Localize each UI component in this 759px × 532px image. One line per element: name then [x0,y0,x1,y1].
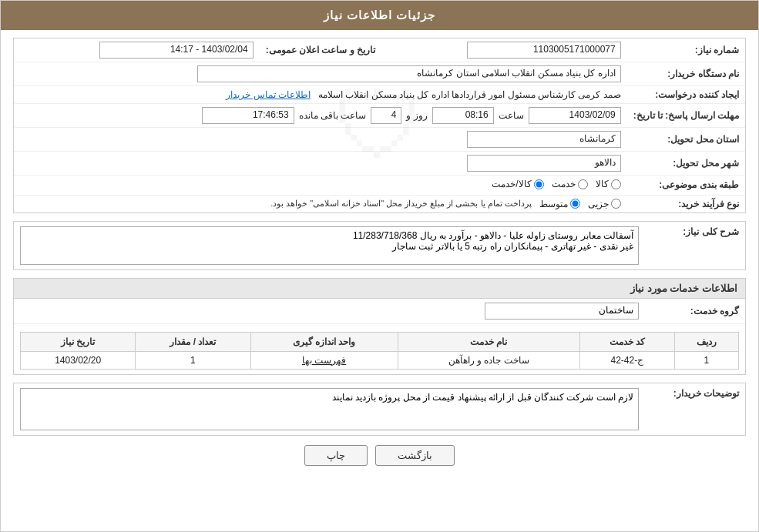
table-row: شهر محل تحویل: دالاهو [14,152,745,176]
category-label: طبقه بندی موضوعی: [627,176,745,196]
creator-link[interactable]: اطلاعات تماس خریدار [226,89,311,100]
description-value-area: آسفالت معابر روستای زاوله علیا - دالاهو … [20,226,639,265]
services-table-body: 1 ج-42-42 ساخت جاده و راهآهن فهرست بها 1… [21,351,739,369]
col-header-row-num: ردیف [674,332,738,351]
table-row: ایجاد کننده درخواست: صمد کرمی کارشناس مس… [14,86,745,104]
buyer-notes-value: لازم است شرکت کنندگان قبل از ارائه پیشنه… [20,388,639,430]
process-radio-jozi-input[interactable] [611,199,621,209]
process-jozi-label: جزیی [588,199,609,209]
cell-need-date: 1403/02/20 [21,351,136,369]
send-date-row: 1403/02/09 ساعت 08:16 روز و 4 ساعت باقی … [14,104,627,128]
send-date-value: 1403/02/09 [529,107,621,124]
category-radio-khedmat-input[interactable] [578,179,588,189]
need-number-label: شماره نیاز: [627,38,745,62]
print-button[interactable]: چاپ [304,445,368,466]
back-button[interactable]: بازگشت [375,445,455,466]
service-group-row: گروه خدمت: ساختمان [14,299,745,324]
table-row: مهلت ارسال پاسخ: تا تاریخ: 1403/02/09 سا… [14,104,745,128]
cell-row-num: 1 [674,351,738,369]
process-note: پرداخت تمام یا بخشی از مبلغ خریداز محل "… [270,199,532,209]
city-value-cell: دالاهو [14,152,627,176]
category-radio-both-input[interactable] [534,179,544,189]
cell-service-code: ج-42-42 [580,351,675,369]
category-radio-group: کالا خدمت کالا/خدمت [492,179,620,189]
remaining-label: ساعت باقی مانده [299,110,367,121]
description-label: شرح کلی نیاز: [639,226,739,237]
buyer-notes-section: توضیحات خریدار: لازم است شرکت کنندگان قب… [13,383,746,436]
page-wrapper: جزئیات اطلاعات نیاز 🛡 شماره نیاز: 110300… [0,0,759,532]
table-row: نوع فرآیند خرید: جزیی متوسط پرداخت ت [14,195,745,212]
buyer-notes-label: توضیحات خریدار: [639,388,739,399]
info-table: شماره نیاز: 1103005171000077 تاریخ و ساع… [14,38,745,212]
announce-label: تاریخ و ساعت اعلان عمومی: [260,38,381,62]
category-options: کالا خدمت کالا/خدمت [14,176,627,196]
buyer-notes-area: لازم است شرکت کنندگان قبل از ارائه پیشنه… [20,388,639,430]
cell-service-name: ساخت جاده و راهآهن [398,351,579,369]
buttons-row: بازگشت چاپ [13,445,746,466]
city-value: دالاهو [467,155,621,172]
buyer-notes-row: توضیحات خریدار: لازم است شرکت کنندگان قب… [14,383,745,435]
category-kala-label: کالا [596,179,609,189]
category-radio-kala-input[interactable] [611,179,621,189]
cell-unit[interactable]: فهرست بها [250,351,398,369]
days-value: 4 [371,107,401,124]
category-radio-khedmat: خدمت [552,179,588,189]
announce-value: 1403/02/04 - 14:17 [99,42,254,59]
service-group-label: گروه خدمت: [639,306,739,316]
process-radio-jozi: جزیی [588,199,621,209]
process-radio-motovaset: متوسط [539,199,580,209]
col-header-quantity: تعداد / مقدار [136,332,250,351]
service-section-title: اطلاعات خدمات مورد نیاز [14,279,745,299]
province-value-cell: کرمانشاه [14,128,627,152]
description-section: شرح کلی نیاز: آسفالت معابر روستای زاوله … [13,221,746,270]
info-section-top: 🛡 شماره نیاز: 1103005171000077 تاریخ و س… [13,38,746,213]
process-options: جزیی متوسط پرداخت تمام یا بخشی از مبلغ خ… [14,195,627,212]
need-number-value: 1103005171000077 [467,42,621,59]
creator-value-cell: صمد کرمی کارشناس مسئول امور قراردادها اد… [14,86,627,104]
services-table-wrapper: ردیف کد خدمت نام خدمت واحد اندازه گیری ت… [14,324,745,374]
service-group-value: ساختمان [485,303,639,320]
table-row: طبقه بندی موضوعی: کالا خدمت [14,176,745,196]
description-row: شرح کلی نیاز: آسفالت معابر روستای زاوله … [14,222,745,269]
creator-value: صمد کرمی کارشناس مسئول امور قراردادها اد… [318,89,621,100]
remaining-value: 17:46:53 [202,107,294,124]
table-row: شماره نیاز: 1103005171000077 تاریخ و ساع… [14,38,745,62]
table-row: نام دستگاه خریدار: اداره کل بنیاد مسکن ا… [14,62,745,86]
buyer-org-label: نام دستگاه خریدار: [627,62,745,86]
cell-quantity: 1 [136,351,250,369]
send-date-label: مهلت ارسال پاسخ: تا تاریخ: [627,104,745,128]
city-label: شهر محل تحویل: [627,152,745,176]
description-value: آسفالت معابر روستای زاوله علیا - دالاهو … [20,226,639,265]
datetime-row: 1403/02/09 ساعت 08:16 روز و 4 ساعت باقی … [20,107,621,124]
main-content: 🛡 شماره نیاز: 1103005171000077 تاریخ و س… [1,30,758,483]
col-header-unit: واحد اندازه گیری [250,332,398,351]
need-number-value-cell: 1103005171000077 [381,38,627,62]
page-title: جزئیات اطلاعات نیاز [324,8,435,22]
col-header-service-name: نام خدمت [398,332,579,351]
services-table-head: ردیف کد خدمت نام خدمت واحد اندازه گیری ت… [21,332,739,351]
process-label: نوع فرآیند خرید: [627,195,745,212]
table-row: استان محل تحویل: کرمانشاه [14,128,745,152]
process-motovaset-label: متوسط [539,199,568,209]
buyer-org-value-cell: اداره کل بنیاد مسکن انقلاب اسلامی استان … [14,62,627,86]
category-khedmat-label: خدمت [552,179,576,189]
table-header-row: ردیف کد خدمت نام خدمت واحد اندازه گیری ت… [21,332,739,351]
send-time-label: ساعت [499,110,524,121]
process-radio-motovaset-input[interactable] [570,199,580,209]
page-header: جزئیات اطلاعات نیاز [1,1,758,30]
table-row: 1 ج-42-42 ساخت جاده و راهآهن فهرست بها 1… [21,351,739,369]
creator-label: ایجاد کننده درخواست: [627,86,745,104]
services-table: ردیف کد خدمت نام خدمت واحد اندازه گیری ت… [20,332,739,370]
days-label: روز و [406,110,427,121]
col-header-need-date: تاریخ نیاز [21,332,136,351]
col-header-service-code: کد خدمت [580,332,675,351]
announce-value-cell: 1403/02/04 - 14:17 [14,38,260,62]
buyer-org-value: اداره کل بنیاد مسکن انقلاب اسلامی استان … [197,65,621,82]
send-time-value: 08:16 [432,107,494,124]
province-label: استان محل تحویل: [627,128,745,152]
process-row: جزیی متوسط پرداخت تمام یا بخشی از مبلغ خ… [20,199,621,209]
category-radio-both: کالا/خدمت [492,179,543,189]
province-value: کرمانشاه [467,131,621,148]
category-both-label: کالا/خدمت [492,179,531,189]
category-radio-kala: کالا [596,179,621,189]
